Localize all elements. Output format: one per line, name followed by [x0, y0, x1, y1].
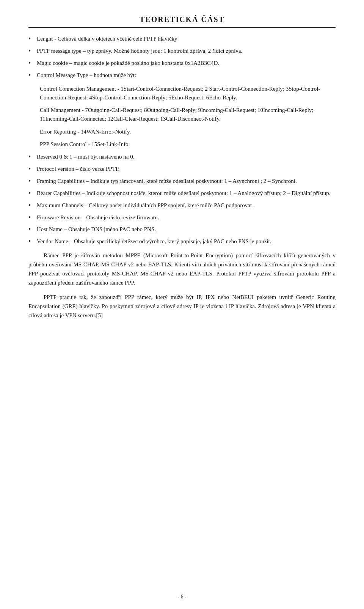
bullet-text: Reserved 0 & 1 – musí být nastaveno na 0… — [37, 153, 336, 161]
error-reporting-text: Error Reporting - 14WAN-Error-Notify. — [40, 127, 336, 136]
bullet-icon: • — [28, 58, 37, 69]
bullet-icon: • — [28, 212, 37, 223]
bullet-text: Vendor Name – Obsahuje specifický řetěze… — [37, 237, 336, 246]
list-item: • Bearer Capabilities – Indikuje schopno… — [28, 189, 336, 199]
list-item: • Magic cookie – magic cookie je pokaždé… — [28, 59, 336, 69]
page-number: - 6 - — [177, 594, 186, 600]
bullet-text: PPTP message type – typ zprávy. Možné ho… — [37, 47, 336, 55]
list-item: • PPTP message type – typ zprávy. Možné … — [28, 47, 336, 57]
list-item: • Protocol version – číslo verze PPTP. — [28, 165, 336, 175]
bullet-text: Host Name – Obsahuje DNS jméno PAC nebo … — [37, 225, 336, 234]
bullet-icon: • — [28, 152, 37, 162]
bullet-icon: • — [28, 224, 37, 235]
call-management-text: Call Management - 7Outgoing-Call-Request… — [40, 106, 336, 124]
bullet-icon: • — [28, 34, 37, 44]
bullet-text: Framing Capabilities – Indikuje typ rámc… — [37, 177, 336, 186]
bullet-icon: • — [28, 176, 37, 187]
bullet-list-1: • Lenght - Celková délka v oktetech včet… — [28, 35, 336, 81]
page-footer: - 6 - — [0, 594, 364, 600]
bullet-icon: • — [28, 70, 37, 81]
bullet-text: Lenght - Celková délka v oktetech včetně… — [37, 35, 336, 43]
list-item: • Lenght - Celková délka v oktetech včet… — [28, 35, 336, 44]
paragraph-1: Rámec PPP je šifrován metodou MPPE (Micr… — [28, 251, 336, 287]
paragraph-2: PPTP pracuje tak, že zapouzdří PPP rámec… — [28, 293, 336, 320]
bullet-icon: • — [28, 236, 37, 247]
control-message-block: Control Connection Management - 1Start-C… — [40, 85, 336, 149]
control-connection-text: Control Connection Management - 1Start-C… — [40, 85, 336, 102]
list-item: • Control Message Type – hodnota může bý… — [28, 71, 336, 81]
bullet-text: Control Message Type – hodnota může být: — [37, 71, 336, 80]
bullet-text: Magic cookie – magic cookie je pokaždé p… — [37, 59, 336, 68]
list-item: • Reserved 0 & 1 – musí být nastaveno na… — [28, 153, 336, 162]
bullet-text: Protocol version – číslo verze PPTP. — [37, 165, 336, 173]
list-item: • Vendor Name – Obsahuje specifický řetě… — [28, 237, 336, 247]
list-item: • Framing Capabilities – Indikuje typ rá… — [28, 177, 336, 187]
page-container: TEORETICKÁ ČÁST • Lenght - Celková délka… — [0, 0, 364, 609]
list-item: • Firmware Revision – Obsahuje číslo rev… — [28, 213, 336, 223]
bullet-text: Maximum Channels – Celkový počet individ… — [37, 201, 336, 210]
list-item: • Maximum Channels – Celkový počet indiv… — [28, 201, 336, 211]
page-title: TEORETICKÁ ČÁST — [28, 15, 336, 28]
bullet-text: Bearer Capabilities – Indikuje schopnost… — [37, 189, 336, 198]
bullet-icon: • — [28, 200, 37, 211]
bullet-icon: • — [28, 46, 37, 57]
bullet-icon: • — [28, 164, 37, 175]
ppp-session-text: PPP Session Control - 15Set-Link-Info. — [40, 140, 336, 149]
bullet-text: Firmware Revision – Obsahuje číslo reviz… — [37, 213, 336, 222]
bullet-list-2: • Reserved 0 & 1 – musí být nastaveno na… — [28, 153, 336, 247]
list-item: • Host Name – Obsahuje DNS jméno PAC neb… — [28, 225, 336, 235]
bullet-icon: • — [28, 188, 37, 199]
